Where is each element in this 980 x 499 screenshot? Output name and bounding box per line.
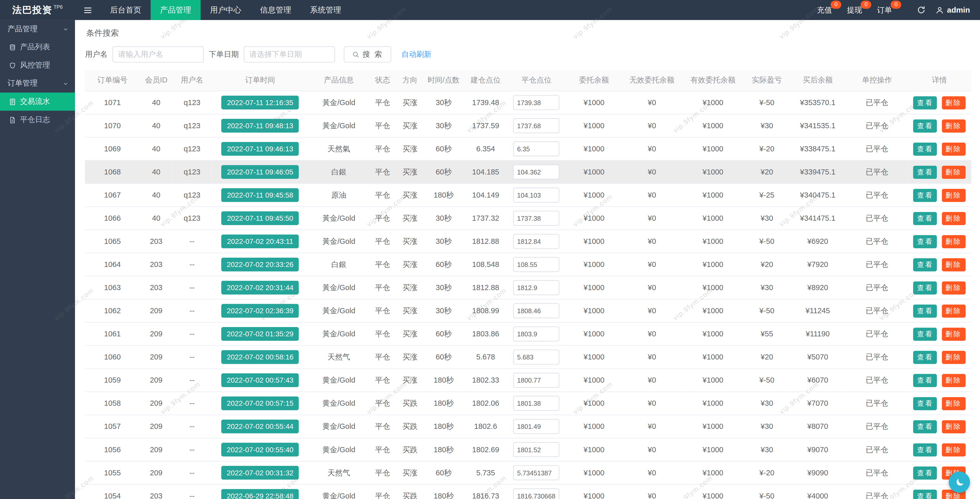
close-point-input[interactable] <box>513 141 560 156</box>
sidebar-group-order-management[interactable]: 订单管理 <box>0 75 75 93</box>
view-button[interactable]: 查看 <box>913 96 937 109</box>
order-time-button[interactable]: 2022-07-11 09:45:58 <box>221 188 299 202</box>
sidebar-group-product-management[interactable]: 产品管理 <box>0 20 75 38</box>
cell-control-status[interactable]: 已平仓 <box>846 183 908 207</box>
nav-item-products[interactable]: 产品管理 <box>151 0 201 20</box>
order-time-button[interactable]: 2022-07-02 00:57:43 <box>221 373 299 387</box>
order-time-button[interactable]: 2022-07-02 20:43:11 <box>221 234 299 249</box>
close-point-input[interactable] <box>513 211 560 226</box>
nav-item-dashboard[interactable]: 后台首页 <box>101 0 151 20</box>
nav-item-user-center[interactable]: 用户中心 <box>200 0 251 20</box>
view-button[interactable]: 查看 <box>913 466 937 479</box>
close-point-input[interactable] <box>513 95 560 110</box>
order-date-input[interactable] <box>244 46 335 62</box>
close-point-input[interactable] <box>513 373 560 387</box>
view-button[interactable]: 查看 <box>913 489 937 499</box>
order-time-button[interactable]: 2022-07-02 20:33:26 <box>221 258 299 272</box>
delete-button[interactable]: 删除 <box>942 96 966 109</box>
view-button[interactable]: 查看 <box>913 327 937 340</box>
sidebar-item-transaction-flow[interactable]: 交易流水 <box>0 92 75 111</box>
close-point-input[interactable] <box>513 164 560 179</box>
delete-button[interactable]: 删除 <box>942 119 966 132</box>
view-button[interactable]: 查看 <box>913 258 937 271</box>
cell-control-status[interactable]: 已平仓 <box>846 369 908 392</box>
view-button[interactable]: 查看 <box>913 235 937 248</box>
delete-button[interactable]: 删除 <box>942 327 966 340</box>
close-point-input[interactable] <box>513 419 560 434</box>
view-button[interactable]: 查看 <box>913 281 937 294</box>
delete-button[interactable]: 删除 <box>942 142 966 155</box>
delete-button[interactable]: 删除 <box>942 304 966 317</box>
nav-item-information[interactable]: 信息管理 <box>251 0 301 20</box>
search-button[interactable]: 搜 索 <box>344 46 391 62</box>
cell-control-status[interactable]: 已平仓 <box>846 207 908 230</box>
view-button[interactable]: 查看 <box>913 443 937 456</box>
order-time-button[interactable]: 2022-07-02 00:31:32 <box>221 466 299 480</box>
cell-control-status[interactable]: 已平仓 <box>846 392 908 415</box>
close-point-input[interactable] <box>513 442 560 457</box>
cell-control-status[interactable]: 已平仓 <box>846 253 908 276</box>
sidebar-item-risk-control[interactable]: 风控管理 <box>0 56 75 75</box>
delete-button[interactable]: 删除 <box>942 166 966 179</box>
cell-control-status[interactable]: 已平仓 <box>846 461 908 485</box>
close-point-input[interactable] <box>513 396 560 411</box>
view-button[interactable]: 查看 <box>913 212 937 225</box>
order-time-button[interactable]: 2022-07-11 09:48:13 <box>221 119 299 132</box>
order-time-button[interactable]: 2022-07-02 01:35:29 <box>221 327 299 341</box>
cell-control-status[interactable]: 已平仓 <box>846 438 908 461</box>
cell-control-status[interactable]: 已平仓 <box>846 299 908 322</box>
close-point-input[interactable] <box>513 303 560 318</box>
delete-button[interactable]: 删除 <box>942 281 966 294</box>
order-time-button[interactable]: 2022-07-02 00:55:40 <box>221 443 299 457</box>
delete-button[interactable]: 删除 <box>942 235 966 248</box>
close-point-input[interactable] <box>513 118 560 133</box>
topbar-stat-recharge[interactable]: 充值0 <box>817 5 832 15</box>
delete-button[interactable]: 删除 <box>942 397 966 410</box>
order-time-button[interactable]: 2022-07-02 00:58:16 <box>221 350 299 364</box>
view-button[interactable]: 查看 <box>913 166 937 179</box>
topbar-stat-withdraw[interactable]: 提现0 <box>847 5 862 15</box>
order-time-button[interactable]: 2022-07-11 09:46:13 <box>221 142 299 156</box>
close-point-input[interactable] <box>513 257 560 272</box>
floating-theme-button[interactable] <box>949 472 970 493</box>
close-point-input[interactable] <box>513 326 560 341</box>
sidebar-item-product-list[interactable]: 产品列表 <box>0 38 75 56</box>
delete-button[interactable]: 删除 <box>942 189 966 202</box>
cell-control-status[interactable]: 已平仓 <box>846 276 908 299</box>
user-menu[interactable]: admin <box>936 6 970 14</box>
order-time-button[interactable]: 2022-07-02 00:55:44 <box>221 419 299 434</box>
cell-control-status[interactable]: 已平仓 <box>846 137 908 160</box>
delete-button[interactable]: 删除 <box>942 443 966 456</box>
menu-toggle-button[interactable] <box>75 0 101 20</box>
delete-button[interactable]: 删除 <box>942 351 966 363</box>
cell-control-status[interactable]: 已平仓 <box>846 346 908 369</box>
close-point-input[interactable] <box>513 188 560 202</box>
nav-item-system[interactable]: 系统管理 <box>301 0 351 20</box>
cell-control-status[interactable]: 已平仓 <box>846 114 908 137</box>
view-button[interactable]: 查看 <box>913 397 937 410</box>
view-button[interactable]: 查看 <box>913 374 937 387</box>
cell-control-status[interactable]: 已平仓 <box>846 91 908 114</box>
view-button[interactable]: 查看 <box>913 351 937 363</box>
view-button[interactable]: 查看 <box>913 142 937 155</box>
order-time-button[interactable]: 2022-07-11 09:45:50 <box>221 212 299 225</box>
view-button[interactable]: 查看 <box>913 189 937 202</box>
cell-control-status[interactable]: 已平仓 <box>846 322 908 346</box>
cell-control-status[interactable]: 已平仓 <box>846 415 908 438</box>
delete-button[interactable]: 删除 <box>942 212 966 225</box>
close-point-input[interactable] <box>513 466 560 480</box>
order-time-button[interactable]: 2022-07-11 12:16:35 <box>221 96 299 110</box>
view-button[interactable]: 查看 <box>913 119 937 132</box>
close-point-input[interactable] <box>513 488 560 499</box>
cell-control-status[interactable]: 已平仓 <box>846 230 908 253</box>
order-time-button[interactable]: 2022-07-11 09:46:05 <box>221 165 299 179</box>
refresh-icon[interactable] <box>917 6 926 14</box>
cell-control-status[interactable]: 已平仓 <box>846 485 908 499</box>
close-point-input[interactable] <box>513 280 560 295</box>
view-button[interactable]: 查看 <box>913 420 937 433</box>
close-point-input[interactable] <box>513 234 560 249</box>
order-time-button[interactable]: 2022-07-02 02:36:39 <box>221 304 299 318</box>
order-time-button[interactable]: 2022-07-02 00:57:15 <box>221 397 299 410</box>
order-time-button[interactable]: 2022-07-02 20:31:44 <box>221 281 299 295</box>
sidebar-item-close-log[interactable]: 平仓日志 <box>0 111 75 129</box>
